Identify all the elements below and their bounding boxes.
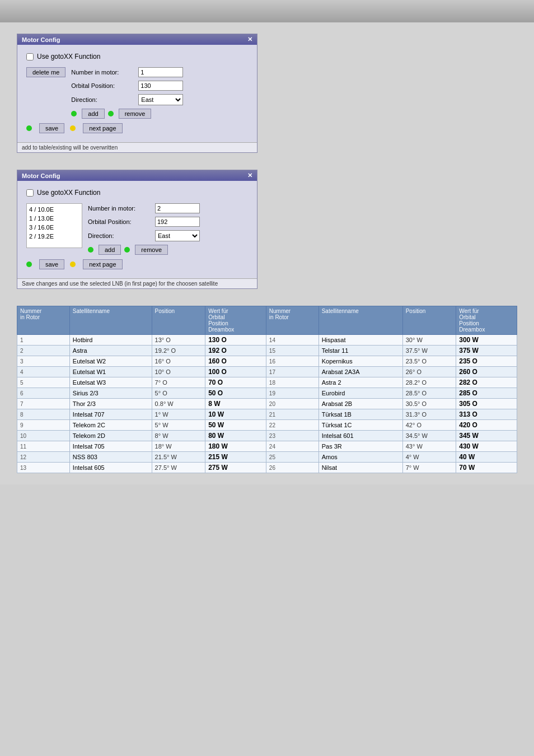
row-num2: 20 — [266, 399, 318, 409]
add-remove-row-1: add remove — [71, 109, 248, 119]
list-item[interactable]: 4 / 10.0E — [29, 205, 79, 214]
row-val1: 192 O — [205, 346, 266, 356]
list-item[interactable]: 1 / 13.0E — [29, 214, 79, 223]
row-num1: 11 — [17, 441, 70, 452]
save-btn-2[interactable]: save — [39, 259, 64, 269]
bottom-row-1: save next page — [26, 123, 248, 133]
panel2-close-icon[interactable]: ✕ — [247, 172, 252, 179]
row-name1: Eutelsat W1 — [69, 367, 152, 377]
direction-select-2[interactable]: East West — [155, 230, 200, 241]
row-num2: 17 — [266, 367, 318, 377]
table-row: 5 Eutelsat W3 7° O 70 O 18 Astra 2 28.2°… — [17, 377, 517, 388]
table-row: 12 NSS 803 21.5° W 215 W 25 Amos 4° W 40… — [17, 452, 517, 463]
motor-config-panel-1: Motor Config ✕ Use gotoXX Function delet… — [17, 34, 257, 153]
row-pos1: 0.8° W — [152, 399, 205, 409]
list-item[interactable]: 2 / 19.2E — [29, 232, 79, 241]
add-btn-1[interactable]: add — [82, 109, 104, 119]
number-in-motor-input-1[interactable] — [138, 67, 183, 77]
row-pos1: 1° W — [152, 409, 205, 420]
row-num2: 25 — [266, 452, 318, 463]
orbital-position-input-1[interactable] — [138, 81, 183, 91]
row-num2: 16 — [266, 356, 318, 367]
row-name1: Intelsat 705 — [69, 441, 152, 452]
table-row: 6 Sirius 2/3 5° O 50 O 19 Eurobird 28.5°… — [17, 388, 517, 399]
use-gotoxx-checkbox-2[interactable] — [26, 189, 34, 197]
table-row: 4 Eutelsat W1 10° O 100 O 17 Arabsat 2A3… — [17, 367, 517, 377]
next-page-btn-1[interactable]: next page — [83, 123, 122, 133]
add-btn-2[interactable]: add — [99, 245, 121, 255]
row-num2: 23 — [266, 431, 318, 441]
row-name2: Eurobird — [318, 388, 402, 399]
row-num1: 4 — [17, 367, 70, 377]
row-pos2: 31.3° O — [402, 409, 456, 420]
row-val1: 275 W — [205, 463, 266, 473]
row-name2: Amos — [318, 452, 402, 463]
row-val2: 260 O — [456, 367, 517, 377]
save-dot-2 — [26, 262, 32, 267]
status-bar-1: add to table/existing will be overwritte… — [17, 142, 257, 152]
top-bar — [0, 0, 534, 22]
row-name2: Arabsat 2B — [318, 399, 402, 409]
row-num2: 24 — [266, 441, 318, 452]
list-item[interactable]: 3 / 16.0E — [29, 223, 79, 232]
add-dot-1 — [71, 111, 77, 116]
row-val1: 160 O — [205, 356, 266, 367]
row-pos2: 4° W — [402, 452, 456, 463]
panel1-close-icon[interactable]: ✕ — [247, 36, 252, 43]
row-val1: 70 O — [205, 377, 266, 388]
row-val1: 50 W — [205, 420, 266, 431]
remove-btn-1[interactable]: remove — [119, 109, 152, 119]
next-page-dot-2 — [70, 262, 76, 267]
remove-btn-2[interactable]: remove — [135, 245, 168, 255]
row-val1: 180 W — [205, 441, 266, 452]
th-pos2: Position — [402, 306, 456, 335]
use-gotoxx-label-2: Use gotoXX Function — [37, 189, 100, 197]
row-val2: 305 O — [456, 399, 517, 409]
delete-btn-1[interactable]: delete me — [26, 67, 65, 77]
satellite-list-2[interactable]: 4 / 10.0E 1 / 13.0E 3 / 16.0E 2 / 19.2E — [26, 203, 82, 248]
table-row: 7 Thor 2/3 0.8° W 8 W 20 Arabsat 2B 30.5… — [17, 399, 517, 409]
row-num1: 6 — [17, 388, 70, 399]
row-name2: Hispasat — [318, 335, 402, 346]
row-name2: Türksat 1B — [318, 409, 402, 420]
row-pos1: 18° W — [152, 441, 205, 452]
row-val1: 100 O — [205, 367, 266, 377]
row-num1: 9 — [17, 420, 70, 431]
table-row: 3 Eutelsat W2 16° O 160 O 16 Kopernikus … — [17, 356, 517, 367]
row-val2: 285 O — [456, 388, 517, 399]
table-header-row: Nummerin Rotor Satellitenname Position W… — [17, 306, 517, 335]
row-pos2: 30.5° O — [402, 399, 456, 409]
row-pos2: 28.2° O — [402, 377, 456, 388]
save-dot-1 — [26, 125, 32, 131]
save-btn-1[interactable]: save — [39, 123, 64, 133]
row-num1: 7 — [17, 399, 70, 409]
row-val2: 300 W — [456, 335, 517, 346]
table-row: 8 Intelsat 707 1° W 10 W 21 Türksat 1B 3… — [17, 409, 517, 420]
row-pos2: 23.5° O — [402, 356, 456, 367]
row-num2: 21 — [266, 409, 318, 420]
row-num1: 3 — [17, 356, 70, 367]
row-pos1: 13° O — [152, 335, 205, 346]
remove-dot-2 — [124, 247, 130, 253]
status-bar-2: Save changes and use the selected LNB (i… — [17, 278, 257, 288]
orbital-position-label-2: Orbital Position: — [88, 218, 155, 225]
next-page-btn-2[interactable]: next page — [83, 259, 122, 269]
orbital-position-input-2[interactable] — [155, 217, 200, 227]
row-val1: 80 W — [205, 431, 266, 441]
row-num2: 19 — [266, 388, 318, 399]
use-gotoxx-checkbox-1[interactable] — [26, 53, 34, 60]
add-remove-row-2: add remove — [88, 245, 248, 255]
row-pos1: 8° W — [152, 431, 205, 441]
row-val2: 345 W — [456, 431, 517, 441]
direction-label-1: Direction: — [71, 96, 138, 103]
row-val2: 313 O — [456, 409, 517, 420]
number-in-motor-row-1: Number in motor: — [71, 67, 248, 77]
orbital-position-row-2: Orbital Position: — [88, 217, 248, 227]
row-name2: Arabsat 2A3A — [318, 367, 402, 377]
direction-select-1[interactable]: East West — [138, 94, 183, 105]
number-in-motor-input-2[interactable] — [155, 203, 200, 213]
number-in-motor-label-1: Number in motor: — [71, 69, 138, 76]
row-name1: Astra — [69, 346, 152, 356]
row-pos2: 26° O — [402, 367, 456, 377]
table-row: 10 Telekom 2D 8° W 80 W 23 Intelsat 601 … — [17, 431, 517, 441]
